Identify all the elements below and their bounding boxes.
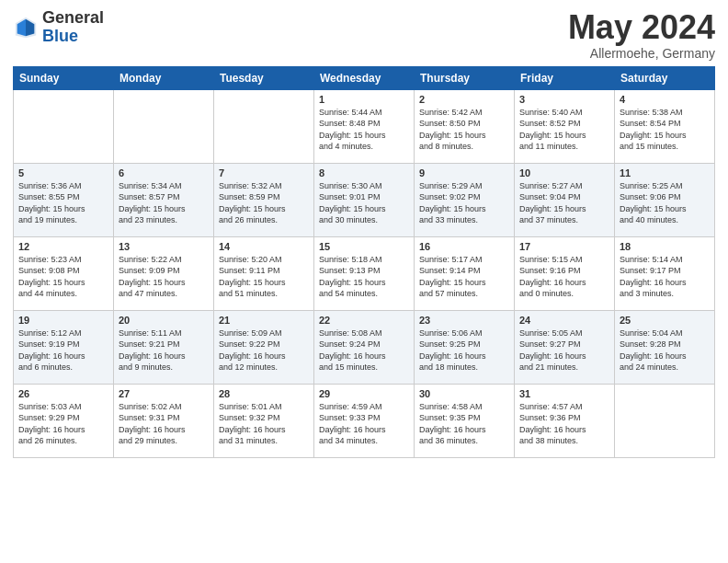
day-info: Sunrise: 5:11 AM Sunset: 9:21 PM Dayligh… xyxy=(119,327,209,373)
day-info: Sunrise: 5:08 AM Sunset: 9:24 PM Dayligh… xyxy=(319,327,409,373)
calendar-cell: 23Sunrise: 5:06 AM Sunset: 9:25 PM Dayli… xyxy=(415,310,515,384)
calendar-cell: 14Sunrise: 5:20 AM Sunset: 9:11 PM Dayli… xyxy=(214,236,314,310)
calendar-table: SundayMondayTuesdayWednesdayThursdayFrid… xyxy=(13,66,715,458)
logo-icon xyxy=(13,15,39,40)
calendar-cell: 8Sunrise: 5:30 AM Sunset: 9:01 PM Daylig… xyxy=(314,163,415,236)
day-number: 30 xyxy=(419,388,509,399)
calendar-cell: 20Sunrise: 5:11 AM Sunset: 9:21 PM Dayli… xyxy=(114,310,214,384)
day-number: 6 xyxy=(119,167,209,178)
calendar-cell: 17Sunrise: 5:15 AM Sunset: 9:16 PM Dayli… xyxy=(515,236,615,310)
day-of-week-header: Sunday xyxy=(14,66,114,89)
day-info: Sunrise: 5:02 AM Sunset: 9:31 PM Dayligh… xyxy=(119,401,209,447)
calendar-cell: 18Sunrise: 5:14 AM Sunset: 9:17 PM Dayli… xyxy=(615,236,715,310)
calendar-week-row: 12Sunrise: 5:23 AM Sunset: 9:08 PM Dayli… xyxy=(14,236,715,310)
day-info: Sunrise: 5:22 AM Sunset: 9:09 PM Dayligh… xyxy=(119,254,209,300)
calendar-cell: 22Sunrise: 5:08 AM Sunset: 9:24 PM Dayli… xyxy=(314,310,415,384)
day-info: Sunrise: 5:25 AM Sunset: 9:06 PM Dayligh… xyxy=(620,180,710,226)
calendar-week-row: 19Sunrise: 5:12 AM Sunset: 9:19 PM Dayli… xyxy=(14,310,715,384)
day-number: 26 xyxy=(18,388,108,399)
day-info: Sunrise: 5:20 AM Sunset: 9:11 PM Dayligh… xyxy=(219,254,309,300)
day-number: 31 xyxy=(519,388,609,399)
day-number: 21 xyxy=(219,315,309,326)
calendar-cell: 12Sunrise: 5:23 AM Sunset: 9:08 PM Dayli… xyxy=(14,236,114,310)
calendar-cell: 15Sunrise: 5:18 AM Sunset: 9:13 PM Dayli… xyxy=(314,236,415,310)
day-info: Sunrise: 5:09 AM Sunset: 9:22 PM Dayligh… xyxy=(219,327,309,373)
day-of-week-header: Monday xyxy=(114,66,214,89)
calendar-cell: 19Sunrise: 5:12 AM Sunset: 9:19 PM Dayli… xyxy=(14,310,114,384)
calendar-cell: 6Sunrise: 5:34 AM Sunset: 8:57 PM Daylig… xyxy=(114,163,214,236)
day-info: Sunrise: 5:32 AM Sunset: 8:59 PM Dayligh… xyxy=(219,180,309,226)
calendar-cell: 25Sunrise: 5:04 AM Sunset: 9:28 PM Dayli… xyxy=(615,310,715,384)
day-number: 11 xyxy=(620,167,710,178)
calendar-week-row: 26Sunrise: 5:03 AM Sunset: 9:29 PM Dayli… xyxy=(14,384,715,457)
day-info: Sunrise: 5:17 AM Sunset: 9:14 PM Dayligh… xyxy=(419,254,509,300)
day-info: Sunrise: 5:14 AM Sunset: 9:17 PM Dayligh… xyxy=(620,254,710,300)
calendar-cell: 11Sunrise: 5:25 AM Sunset: 9:06 PM Dayli… xyxy=(615,163,715,236)
day-info: Sunrise: 5:27 AM Sunset: 9:04 PM Dayligh… xyxy=(519,180,609,226)
calendar-cell: 5Sunrise: 5:36 AM Sunset: 8:55 PM Daylig… xyxy=(14,163,114,236)
calendar-cell: 9Sunrise: 5:29 AM Sunset: 9:02 PM Daylig… xyxy=(415,163,515,236)
day-info: Sunrise: 5:40 AM Sunset: 8:52 PM Dayligh… xyxy=(519,107,609,153)
day-number: 28 xyxy=(219,388,309,399)
day-number: 3 xyxy=(519,94,609,105)
calendar-cell: 28Sunrise: 5:01 AM Sunset: 9:32 PM Dayli… xyxy=(214,384,314,457)
day-number: 17 xyxy=(519,241,609,252)
day-number: 24 xyxy=(519,315,609,326)
calendar-cell: 2Sunrise: 5:42 AM Sunset: 8:50 PM Daylig… xyxy=(415,89,515,163)
day-number: 22 xyxy=(319,315,409,326)
day-info: Sunrise: 5:44 AM Sunset: 8:48 PM Dayligh… xyxy=(319,107,409,153)
calendar-week-row: 5Sunrise: 5:36 AM Sunset: 8:55 PM Daylig… xyxy=(14,163,715,236)
subtitle: Allermoehe, Germany xyxy=(568,46,715,61)
calendar-cell: 10Sunrise: 5:27 AM Sunset: 9:04 PM Dayli… xyxy=(515,163,615,236)
calendar-cell: 16Sunrise: 5:17 AM Sunset: 9:14 PM Dayli… xyxy=(415,236,515,310)
calendar-cell xyxy=(615,384,715,457)
logo-text: General Blue xyxy=(42,9,104,46)
day-info: Sunrise: 5:04 AM Sunset: 9:28 PM Dayligh… xyxy=(620,327,710,373)
day-number: 13 xyxy=(119,241,209,252)
day-number: 10 xyxy=(519,167,609,178)
calendar-cell xyxy=(14,89,114,163)
day-info: Sunrise: 5:05 AM Sunset: 9:27 PM Dayligh… xyxy=(519,327,609,373)
day-info: Sunrise: 5:03 AM Sunset: 9:29 PM Dayligh… xyxy=(18,401,108,447)
day-number: 16 xyxy=(419,241,509,252)
calendar-cell: 24Sunrise: 5:05 AM Sunset: 9:27 PM Dayli… xyxy=(515,310,615,384)
calendar-cell: 27Sunrise: 5:02 AM Sunset: 9:31 PM Dayli… xyxy=(114,384,214,457)
calendar-cell: 13Sunrise: 5:22 AM Sunset: 9:09 PM Dayli… xyxy=(114,236,214,310)
calendar-cell: 4Sunrise: 5:38 AM Sunset: 8:54 PM Daylig… xyxy=(615,89,715,163)
day-info: Sunrise: 5:42 AM Sunset: 8:50 PM Dayligh… xyxy=(419,107,509,153)
day-number: 1 xyxy=(319,94,409,105)
day-number: 9 xyxy=(419,167,509,178)
day-number: 18 xyxy=(620,241,710,252)
day-info: Sunrise: 5:15 AM Sunset: 9:16 PM Dayligh… xyxy=(519,254,609,300)
calendar-cell xyxy=(214,89,314,163)
day-of-week-header: Tuesday xyxy=(214,66,314,89)
day-number: 25 xyxy=(620,315,710,326)
calendar-cell: 7Sunrise: 5:32 AM Sunset: 8:59 PM Daylig… xyxy=(214,163,314,236)
day-info: Sunrise: 5:12 AM Sunset: 9:19 PM Dayligh… xyxy=(18,327,108,373)
logo: General Blue xyxy=(13,9,104,46)
calendar-cell: 1Sunrise: 5:44 AM Sunset: 8:48 PM Daylig… xyxy=(314,89,415,163)
header: General Blue May 2024 Allermoehe, German… xyxy=(13,9,715,61)
calendar-cell: 3Sunrise: 5:40 AM Sunset: 8:52 PM Daylig… xyxy=(515,89,615,163)
calendar-cell: 21Sunrise: 5:09 AM Sunset: 9:22 PM Dayli… xyxy=(214,310,314,384)
calendar-cell: 30Sunrise: 4:58 AM Sunset: 9:35 PM Dayli… xyxy=(415,384,515,457)
day-info: Sunrise: 4:58 AM Sunset: 9:35 PM Dayligh… xyxy=(419,401,509,447)
day-info: Sunrise: 5:01 AM Sunset: 9:32 PM Dayligh… xyxy=(219,401,309,447)
calendar-cell xyxy=(114,89,214,163)
day-of-week-header: Friday xyxy=(515,66,615,89)
day-info: Sunrise: 5:29 AM Sunset: 9:02 PM Dayligh… xyxy=(419,180,509,226)
day-number: 7 xyxy=(219,167,309,178)
day-number: 29 xyxy=(319,388,409,399)
day-info: Sunrise: 4:57 AM Sunset: 9:36 PM Dayligh… xyxy=(519,401,609,447)
day-info: Sunrise: 5:06 AM Sunset: 9:25 PM Dayligh… xyxy=(419,327,509,373)
page: General Blue May 2024 Allermoehe, German… xyxy=(0,0,728,563)
calendar-cell: 26Sunrise: 5:03 AM Sunset: 9:29 PM Dayli… xyxy=(14,384,114,457)
calendar-week-row: 1Sunrise: 5:44 AM Sunset: 8:48 PM Daylig… xyxy=(14,89,715,163)
day-info: Sunrise: 5:36 AM Sunset: 8:55 PM Dayligh… xyxy=(18,180,108,226)
day-number: 12 xyxy=(18,241,108,252)
day-of-week-header: Saturday xyxy=(615,66,715,89)
day-info: Sunrise: 5:30 AM Sunset: 9:01 PM Dayligh… xyxy=(319,180,409,226)
day-info: Sunrise: 4:59 AM Sunset: 9:33 PM Dayligh… xyxy=(319,401,409,447)
day-number: 19 xyxy=(18,315,108,326)
title-block: May 2024 Allermoehe, Germany xyxy=(568,9,715,61)
